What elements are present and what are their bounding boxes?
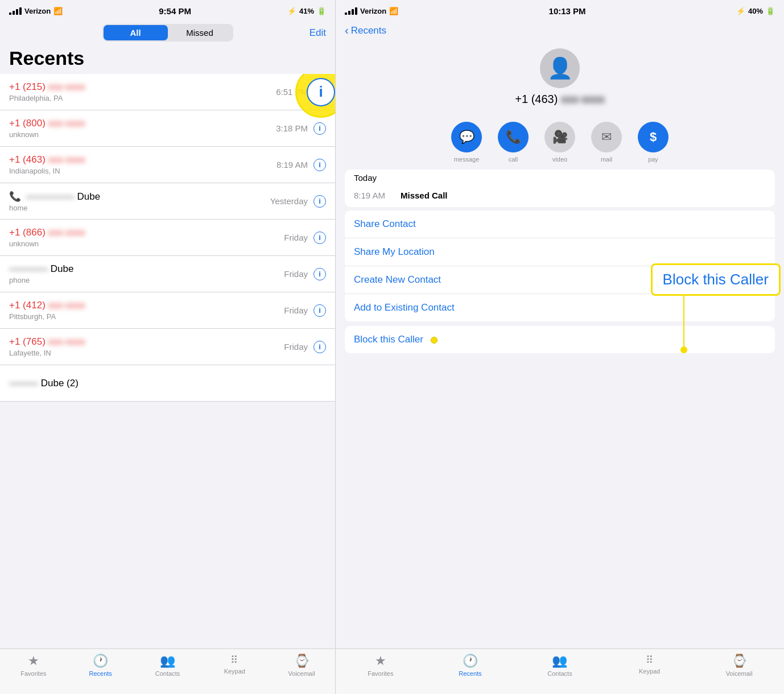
video-circle: 🎥 [544,122,575,152]
chevron-left-icon: ‹ [345,24,349,37]
call-history-type: Missed Call [401,191,448,200]
menu-share-contact[interactable]: Share Contact [345,210,775,238]
call-item-dube1[interactable]: 📞 ————— Dube home Yesterday i [0,183,335,220]
action-message[interactable]: 💬 message [451,122,482,163]
call-item-dube2-right: Friday i [284,268,326,280]
right-tab-recents-label: Recents [459,670,481,677]
right-tab-contacts-label: Contacts [547,670,572,677]
action-call[interactable]: 📞 call [498,122,529,163]
segment-missed-btn[interactable]: Missed [168,25,232,40]
info-button-800[interactable]: i [313,122,326,135]
favorites-icon: ★ [28,654,39,668]
r-voicemail-icon: ⌚ [732,654,747,668]
call-subtitle-215: Philadelphia, PA [9,94,276,102]
action-pay[interactable]: $ pay [638,122,669,163]
call-item-412-left: +1 (412) xxx-xxxx Pittsburgh, PA [9,300,284,321]
call-name-dube3-suffix: Dube (2) [41,378,79,389]
menu-block-caller[interactable]: Block this Caller [345,326,775,353]
left-time: 9:54 PM [159,6,191,16]
call-item-866-right: Friday i [284,232,326,244]
action-message-label: message [454,156,480,163]
call-item-800-left: +1 (800) xxx-xxxx unknown [9,118,276,139]
right-bt-icon: ⚡ [736,7,745,15]
call-item-215[interactable]: +1 (215) xxx-xxxx Philadelphia, PA 6:51 … [0,74,335,110]
left-tab-contacts-label: Contacts [155,670,180,677]
info-button-dube2[interactable]: i [313,268,326,280]
call-subtitle-dube2: phone [9,276,284,284]
call-item-412[interactable]: +1 (412) xxx-xxxx Pittsburgh, PA Friday … [0,292,335,329]
action-mail[interactable]: ✉ mail [591,122,622,163]
right-tab-favorites-label: Favorites [368,670,393,677]
right-tab-voicemail[interactable]: ⌚ Voicemail [694,654,784,677]
info-button-412[interactable]: i [313,304,326,317]
left-status-bar: Verizon 📶 9:54 PM ⚡ 41% 🔋 [0,0,335,20]
left-tab-recents[interactable]: 🕐 Recents [67,654,134,677]
keypad-icon: ⠿ [230,654,239,666]
left-tab-favorites[interactable]: ★ Favorites [0,654,67,677]
call-subtitle-dube1: home [9,204,270,212]
info-icon-large: i [307,78,335,106]
r-contacts-icon: 👥 [552,654,567,668]
back-button[interactable]: ‹ Recents [345,24,386,37]
left-tab-voicemail[interactable]: ⌚ Voicemail [268,654,335,677]
left-tab-favorites-label: Favorites [20,670,46,677]
right-tab-contacts[interactable]: 👥 Contacts [515,654,605,677]
info-button-866[interactable]: i [313,232,326,244]
bar3 [16,9,18,15]
block-caller-highlight-box: Block this Caller [651,263,781,296]
call-number-463: +1 (463) xxx-xxxx [9,154,277,166]
info-highlight: i [295,74,335,118]
yellow-circle: i [295,74,335,118]
call-subtitle-765: Lafayette, IN [9,349,284,357]
avatar: 👤 [540,48,580,88]
r-bar2 [348,11,350,15]
call-item-dube1-left: 📞 ————— Dube home [9,191,270,212]
call-number-412: +1 (412) xxx-xxxx [9,300,284,311]
info-button-765[interactable]: i [313,341,326,353]
r-favorites-icon: ★ [375,654,386,668]
right-wifi-icon: 📶 [389,7,398,15]
call-item-dube3-left: ——— Dube (2) [9,378,326,389]
right-tab-favorites[interactable]: ★ Favorites [336,654,426,677]
action-buttons: 💬 message 📞 call 🎥 video ✉ mail $ pay [336,115,784,170]
contact-section: 👤 +1 (463) xxx-xxxx [336,43,784,115]
call-number-463-main: +1 (463) [9,154,48,165]
right-tab-recents[interactable]: 🕐 Recents [426,654,515,677]
call-item-dube2[interactable]: ———— Dube phone Friday i [0,256,335,292]
menu-add-existing[interactable]: Add to Existing Contact [345,294,775,321]
call-number-765-blurred: xxx-xxxx [48,336,85,348]
call-name-dube3-blurred: ——— [9,378,38,389]
action-video[interactable]: 🎥 video [544,122,575,163]
left-tab-contacts[interactable]: 👥 Contacts [134,654,201,677]
left-status-left: Verizon 📶 [9,7,63,15]
call-number-765-main: +1 (765) [9,336,48,347]
call-item-765-left: +1 (765) xxx-xxxx Lafayette, IN [9,336,284,357]
action-call-label: call [509,156,518,163]
avatar-person-icon: 👤 [547,56,573,80]
left-tab-keypad[interactable]: ⠿ Keypad [201,654,268,675]
info-button-463[interactable]: i [313,159,326,171]
right-signal-bars [345,7,357,15]
block-caller-highlight-text: Block this Caller [663,271,769,288]
block-caller-section: Block this Caller Block this Caller [345,326,775,353]
left-wifi-icon: 📶 [53,7,63,15]
call-item-dube3[interactable]: ——— Dube (2) [0,365,335,402]
segment-all-btn[interactable]: All [104,25,168,40]
call-number-412-main: +1 (412) [9,300,48,311]
right-tab-keypad[interactable]: ⠿ Keypad [605,654,695,675]
info-button-dube1[interactable]: i [313,195,326,208]
call-item-765[interactable]: +1 (765) xxx-xxxx Lafayette, IN Friday i [0,329,335,365]
right-time: 10:13 PM [549,6,586,16]
call-item-800[interactable]: +1 (800) xxx-xxxx unknown 3:18 PM i [0,110,335,147]
call-item-dube2-left: ———— Dube phone [9,263,284,284]
menu-share-location[interactable]: Share My Location [345,238,775,266]
voicemail-icon: ⌚ [294,654,310,668]
action-mail-label: mail [601,156,612,163]
r-bar4 [355,7,357,15]
call-time-412: Friday [284,305,308,315]
mail-circle: ✉ [591,122,622,152]
call-item-463[interactable]: +1 (463) xxx-xxxx Indianapolis, IN 8:19 … [0,147,335,183]
edit-button[interactable]: Edit [310,27,326,39]
contacts-icon: 👥 [160,654,175,668]
call-item-866[interactable]: +1 (866) xxx-xxxx unknown Friday i [0,220,335,256]
